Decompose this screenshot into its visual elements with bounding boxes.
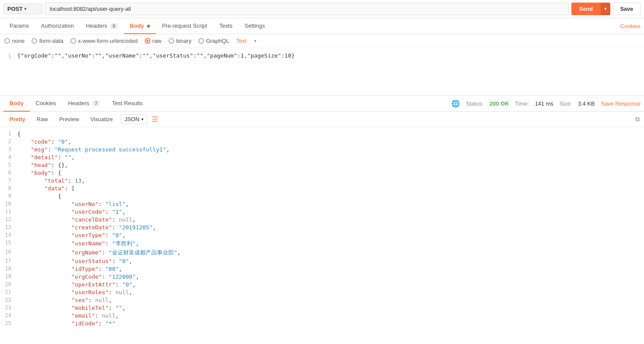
- request-body-editor[interactable]: 1 {"orgCode":"","userNo":"","userName":"…: [0, 48, 644, 96]
- response-tab-body[interactable]: Body: [3, 96, 30, 112]
- tab-authorization[interactable]: Authorization: [35, 18, 80, 34]
- radio-form-data: [32, 38, 37, 44]
- json-line: 6 "body": {: [0, 169, 644, 177]
- json-line: 22 "sex": null,: [0, 296, 644, 304]
- json-line: 19 "orgCode": "122000",: [0, 273, 644, 280]
- json-line: 7 "total": 13,: [0, 177, 644, 184]
- globe-icon[interactable]: 🌐: [451, 100, 460, 108]
- json-line: 9 {: [0, 192, 644, 200]
- tab-tests[interactable]: Tests: [213, 18, 238, 34]
- json-line: 3 "msg": "Request processed successfully…: [0, 145, 644, 153]
- radio-graphql: [198, 38, 204, 44]
- option-none[interactable]: none: [4, 38, 25, 44]
- request-nav-tabs: Params Authorization Headers 9 Body Pre-…: [0, 18, 644, 34]
- tab-prerequest[interactable]: Pre-request Script: [156, 18, 214, 34]
- json-line: 23 "mobileTel": "",: [0, 304, 644, 312]
- status-value: 200 OK: [490, 100, 509, 107]
- time-label: Time:: [515, 100, 529, 107]
- send-btn-group: Send ▾: [571, 3, 610, 15]
- option-urlencoded[interactable]: x-www-form-urlencoded: [70, 38, 138, 44]
- json-line: 16 "orgName": "金证财富成都产品事业部",: [0, 248, 644, 257]
- json-line: 14 "userType": "0",: [0, 231, 644, 239]
- method-dropdown-arrow: ▾: [24, 6, 26, 11]
- status-label: Status:: [466, 100, 483, 107]
- text-type-label[interactable]: Text: [236, 38, 246, 44]
- option-form-data[interactable]: form-data: [32, 38, 64, 44]
- json-format-label: JSON: [124, 116, 140, 122]
- option-raw[interactable]: raw: [145, 38, 162, 44]
- json-line: 21 "userRoles": null,: [0, 288, 644, 296]
- json-format-select[interactable]: JSON ▾: [121, 114, 147, 124]
- json-line: 8 "data": [: [0, 184, 644, 192]
- json-line: 1{: [0, 130, 644, 138]
- json-line: 2 "code": "0",: [0, 138, 644, 145]
- response-status-bar: 🌐 Status: 200 OK Time: 141 ms Size: 3.4 …: [451, 100, 641, 108]
- format-raw[interactable]: Raw: [32, 114, 53, 124]
- url-input[interactable]: [45, 3, 569, 15]
- option-binary[interactable]: binary: [169, 38, 191, 44]
- method-label: POST: [7, 6, 22, 12]
- text-type-arrow[interactable]: ▾: [254, 39, 256, 43]
- json-line: 24 "email": null,: [0, 312, 644, 319]
- method-select[interactable]: POST ▾: [3, 3, 42, 14]
- send-button[interactable]: Send: [571, 3, 601, 15]
- response-nav-tabs: Body Cookies Headers 7 Test Results 🌐 St…: [0, 96, 644, 112]
- json-format-arrow: ▾: [141, 117, 143, 122]
- copy-icon[interactable]: ⧉: [635, 116, 640, 123]
- time-value: 141 ms: [535, 100, 554, 107]
- cookies-link[interactable]: Cookies: [620, 23, 641, 29]
- tab-body[interactable]: Body: [124, 18, 156, 34]
- json-response-body[interactable]: 1{2 "code": "0",3 "msg": "Request proces…: [0, 127, 644, 328]
- json-line: 10 "userNo": "lisl",: [0, 200, 644, 208]
- tab-headers[interactable]: Headers 9: [80, 18, 124, 34]
- radio-raw: [145, 38, 150, 44]
- format-bar: Pretty Raw Preview Visualize JSON ▾ ☰ ⧉: [0, 112, 644, 127]
- json-line: 5 "head": {},: [0, 161, 644, 169]
- json-line: 4 "detail": "",: [0, 153, 644, 161]
- wrap-icon[interactable]: ☰: [152, 115, 158, 123]
- format-preview[interactable]: Preview: [54, 114, 84, 124]
- format-visualize[interactable]: Visualize: [85, 114, 118, 124]
- size-value: 3.4 KB: [578, 100, 595, 107]
- json-line: 17 "userStatus": "0",: [0, 257, 644, 265]
- option-graphql[interactable]: GraphQL: [198, 38, 229, 44]
- response-tab-cookies[interactable]: Cookies: [30, 96, 62, 112]
- json-line: 25 "idCode": "*": [0, 319, 644, 327]
- body-options: none form-data x-www-form-urlencoded raw…: [0, 34, 644, 48]
- save-response-link[interactable]: Save Response: [601, 100, 641, 107]
- radio-binary: [169, 38, 174, 44]
- json-line: 20 "operExtAttr": "0",: [0, 280, 644, 288]
- json-line: 11 "userCode": "1",: [0, 208, 644, 215]
- tab-settings[interactable]: Settings: [239, 18, 271, 34]
- top-bar: POST ▾ Send ▾ Save: [0, 0, 644, 18]
- size-label: Size:: [559, 100, 572, 107]
- save-button[interactable]: Save: [613, 3, 641, 15]
- json-line: 12 "cancelDate": null,: [0, 215, 644, 223]
- request-body-line1: {"orgCode":"","userNo":"","userName":"",…: [17, 52, 644, 59]
- response-tab-headers[interactable]: Headers 7: [62, 96, 106, 112]
- radio-urlencoded: [70, 38, 76, 44]
- radio-none: [4, 38, 10, 44]
- tab-params[interactable]: Params: [3, 18, 35, 34]
- format-pretty[interactable]: Pretty: [4, 114, 31, 124]
- json-line: 18 "idType": "00",: [0, 265, 644, 273]
- json-line: 15 "userName": "李胜利",: [0, 239, 644, 248]
- send-dropdown-button[interactable]: ▾: [601, 3, 610, 15]
- response-tab-test-results[interactable]: Test Results: [106, 96, 149, 112]
- request-line-1: 1 {"orgCode":"","userNo":"","userName":"…: [0, 51, 644, 60]
- json-line: 13 "createDate": "20191205",: [0, 223, 644, 231]
